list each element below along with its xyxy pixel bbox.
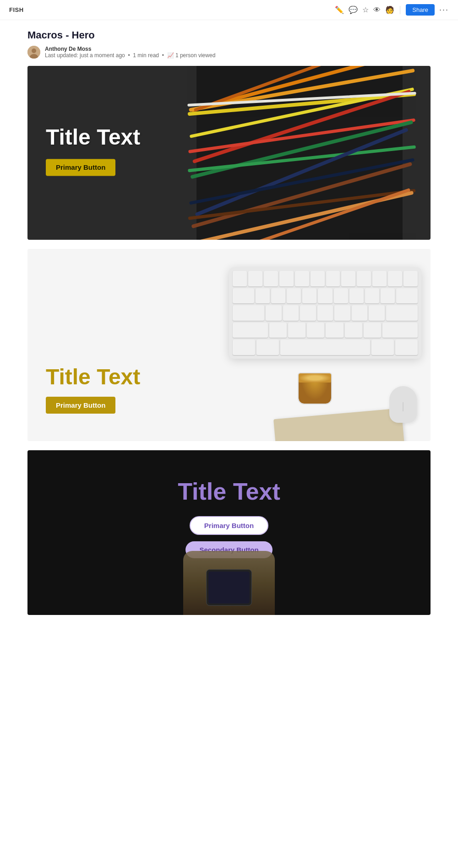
update-time: Last updated: just a moment ago — [45, 52, 125, 59]
key — [287, 288, 301, 304]
key — [256, 288, 270, 304]
key — [396, 288, 418, 304]
key — [386, 305, 418, 321]
page-meta: Macros - Hero Anthony De Moss Last updat… — [0, 20, 458, 66]
edit-icon[interactable]: ✏️ — [335, 5, 344, 14]
hero-2-primary-button[interactable]: Primary Button — [46, 397, 115, 414]
coffee-cup — [298, 372, 332, 404]
comment-icon[interactable]: 💬 — [349, 5, 358, 14]
key — [266, 305, 282, 321]
key — [311, 271, 325, 286]
phone-screen — [208, 571, 250, 604]
key — [341, 271, 355, 286]
key — [334, 288, 348, 304]
hero-2-title: Title Text — [46, 364, 140, 389]
key — [349, 288, 364, 304]
hero-1-content: Title Text Primary Button — [46, 124, 140, 176]
person-icon[interactable]: 🧑 — [385, 5, 394, 14]
coffee-decoration — [298, 372, 339, 414]
hero-2-content: Title Text Primary Button — [46, 364, 140, 414]
author-info: Anthony De Moss Last updated: just a mom… — [45, 46, 215, 59]
nav-divider — [400, 6, 400, 14]
hero-1-title: Title Text — [46, 124, 140, 150]
hero-section-1: Title Text Primary Button — [27, 66, 431, 240]
key — [233, 323, 268, 338]
keyboard-decoration — [229, 267, 421, 359]
page-title: Macros - Hero — [27, 29, 431, 41]
key — [302, 288, 316, 304]
key — [256, 340, 279, 355]
key — [233, 340, 255, 355]
key — [334, 305, 350, 321]
key — [381, 288, 395, 304]
eye-icon[interactable]: 👁 — [373, 6, 381, 14]
key — [372, 271, 387, 286]
key — [283, 305, 299, 321]
key — [365, 288, 379, 304]
mouse-decoration — [389, 386, 417, 423]
hero-3-primary-button[interactable]: Primary Button — [190, 516, 268, 535]
key — [300, 305, 316, 321]
app-logo: FISH — [9, 6, 24, 13]
phone-shape — [206, 569, 252, 606]
key — [357, 271, 371, 286]
key — [403, 271, 418, 286]
key — [345, 323, 362, 338]
key — [248, 271, 262, 286]
mouse-line — [403, 402, 403, 411]
key — [318, 288, 332, 304]
key — [364, 323, 381, 338]
key — [317, 305, 333, 321]
key — [280, 340, 370, 355]
key — [307, 323, 324, 338]
key — [388, 271, 402, 286]
key — [326, 271, 340, 286]
key — [352, 305, 368, 321]
key — [271, 288, 285, 304]
star-icon[interactable]: ☆ — [362, 5, 369, 14]
key — [326, 323, 343, 338]
author-row: Anthony De Moss Last updated: just a mom… — [27, 46, 431, 59]
content-area: Title Text Primary Button — [0, 66, 458, 615]
key — [295, 271, 309, 286]
nav-actions: ✏️ 💬 ☆ 👁 🧑 Share ··· — [335, 4, 449, 16]
key — [382, 323, 418, 338]
avatar — [27, 46, 40, 59]
key — [279, 271, 294, 286]
keyboard-body — [229, 267, 421, 359]
share-button[interactable]: Share — [406, 4, 435, 16]
top-nav: FISH ✏️ 💬 ☆ 👁 🧑 Share ··· — [0, 0, 458, 20]
key — [233, 288, 254, 304]
key — [264, 271, 278, 286]
read-time: 1 min read — [133, 52, 159, 59]
view-count: 📈 1 person viewed — [167, 52, 216, 59]
key — [369, 305, 385, 321]
author-name: Anthony De Moss — [45, 46, 91, 52]
key — [395, 340, 418, 355]
hero-section-3: Title Text Primary Button Secondary Butt… — [27, 450, 431, 615]
hero-section-2: Title Text Primary Button — [27, 249, 431, 441]
key — [288, 323, 305, 338]
key — [269, 323, 287, 338]
key — [371, 340, 394, 355]
more-options-icon[interactable]: ··· — [439, 5, 449, 15]
coffee-handle — [331, 380, 332, 394]
hero-1-primary-button[interactable]: Primary Button — [46, 159, 115, 176]
pencils-decoration — [169, 66, 431, 240]
notebook-decoration — [273, 408, 404, 441]
coffee-foam — [299, 373, 331, 383]
key — [233, 305, 264, 321]
phone-hands-decoration — [179, 542, 279, 615]
hero-3-title: Title Text — [178, 478, 280, 505]
key — [233, 271, 247, 286]
svg-point-1 — [32, 49, 36, 53]
